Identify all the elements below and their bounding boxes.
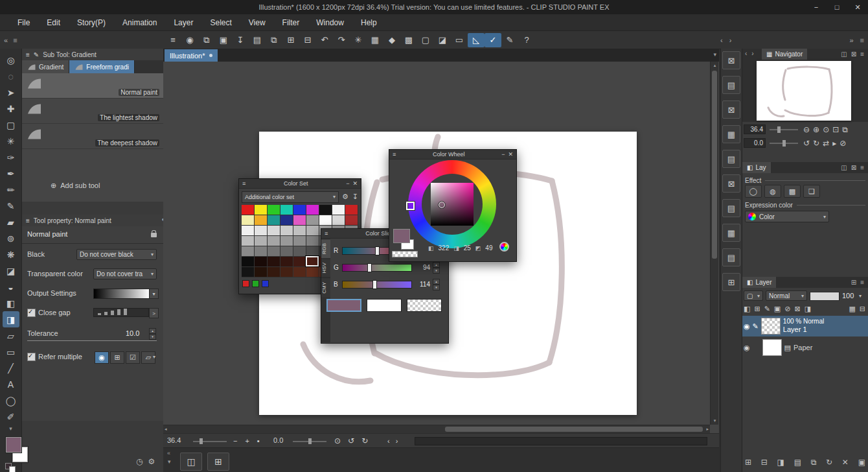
color-swatch[interactable] — [268, 257, 280, 267]
panel-footer-icon[interactable]: ⚙ — [148, 457, 155, 466]
history-nav-icon[interactable]: › — [396, 437, 398, 445]
tool-icon[interactable]: ◧ — [3, 295, 19, 311]
color-swatch[interactable] — [306, 226, 319, 236]
toolbar-icon[interactable]: ⧉ — [198, 33, 215, 47]
opacity-caret-icon[interactable]: ▾ — [859, 293, 862, 299]
tolerance-value[interactable]: 10.0 — [126, 329, 139, 337]
color-swatch[interactable] — [242, 267, 255, 277]
color-swatch[interactable] — [268, 267, 280, 277]
zoom-value[interactable]: 36.4 — [167, 436, 181, 444]
dock-scroll-icon[interactable]: › — [729, 36, 732, 44]
layer-command-icon[interactable]: ◧ — [744, 305, 750, 313]
blue-slider[interactable] — [342, 281, 412, 289]
hue-cursor[interactable] — [406, 202, 415, 210]
footer-caret-icon[interactable]: ▾ — [168, 458, 171, 465]
layer-command-icon[interactable]: ◨ — [805, 305, 811, 313]
color-swatch[interactable] — [268, 226, 280, 236]
color-swatch[interactable] — [293, 246, 306, 257]
color-swatch[interactable] — [306, 246, 319, 257]
palette-dock-icon[interactable]: ⊞ — [722, 273, 740, 291]
panel-menu-icon[interactable]: ≡ — [242, 180, 246, 187]
toolbar-overflow-icon[interactable]: ≡ — [860, 36, 864, 44]
document-tab[interactable]: Illustration* — [165, 49, 218, 62]
close-gap-checkbox[interactable] — [27, 309, 36, 317]
tolerance-slider[interactable] — [27, 340, 157, 341]
color-wheel-header[interactable]: ≡ Color Wheel − ✕ — [389, 150, 516, 159]
tool-icon[interactable]: ◒ — [3, 279, 19, 295]
tool-icon[interactable]: ◌ — [3, 68, 19, 84]
tool-icon[interactable]: ▰ — [3, 214, 19, 230]
slider-mode-tab[interactable]: CMY — [321, 277, 330, 298]
navigator-rotation-handle[interactable] — [782, 140, 786, 147]
layer-command-icon[interactable]: ⊞ — [754, 305, 760, 313]
color-swatch[interactable] — [242, 236, 255, 246]
minimize-icon[interactable]: − — [501, 151, 505, 158]
rotation-value[interactable]: 0.0 — [273, 436, 283, 444]
color-swatch[interactable] — [280, 267, 293, 277]
color-swatch[interactable] — [280, 257, 293, 267]
dock-scroll-icon[interactable]: ‹ — [720, 36, 723, 44]
panel-menu-icon[interactable]: ≡ — [26, 217, 30, 224]
refer-mode-icon[interactable]: ☑ — [126, 351, 140, 364]
color-swatch[interactable] — [268, 236, 280, 246]
subtool-list-item[interactable]: The deepest shadow — [22, 124, 163, 149]
wheel-mode-toggle-icon[interactable] — [499, 242, 509, 252]
horizontal-scrollbar[interactable]: ◂ ▸ — [163, 425, 710, 433]
workspace-layout-button[interactable]: ◫ — [180, 453, 202, 471]
color-set-dropdown[interactable]: Additional color set ▾ — [242, 191, 339, 203]
palette-dock-icon[interactable]: ▤ — [722, 150, 740, 168]
opacity-slider[interactable] — [810, 292, 839, 301]
vertical-scrollbar[interactable]: ▴ ▾ — [710, 62, 718, 425]
menu-item[interactable]: Layer — [165, 14, 201, 31]
navigator-rotate-icon[interactable]: ↺ — [803, 139, 810, 148]
eye-icon[interactable]: ◉ — [744, 344, 750, 352]
effect-icon[interactable]: ◯ — [745, 185, 762, 198]
toolbar-icon[interactable]: ▢ — [417, 33, 434, 47]
menu-item[interactable]: Window — [308, 14, 352, 31]
color-swatch[interactable] — [293, 267, 306, 277]
transparent-swatch[interactable] — [392, 251, 418, 257]
panel-nav-arrow-icon[interactable]: ‹ — [745, 50, 747, 57]
panel-header-icon[interactable]: ≡ — [860, 51, 864, 58]
color-swatch[interactable] — [280, 205, 293, 215]
color-swatch[interactable] — [268, 205, 280, 215]
zoom-control-icon[interactable]: ▪ — [257, 437, 260, 445]
layer-footer-icon[interactable]: ◨ — [777, 458, 784, 467]
color-swatch[interactable] — [293, 257, 306, 267]
slider-mode-tab[interactable]: HSV — [321, 258, 330, 277]
color-swatch[interactable] — [255, 226, 268, 236]
panel-footer-icon[interactable]: ◷ — [136, 457, 143, 466]
palette-dock-icon[interactable]: ▤ — [722, 199, 740, 217]
toolbar-icon[interactable]: ▭ — [451, 33, 468, 47]
color-swatch[interactable] — [306, 236, 319, 246]
layer-palette-color-combo[interactable]: ▢ ▾ — [744, 290, 763, 301]
effect-icon[interactable]: ▩ — [784, 185, 801, 198]
tab-list-icon[interactable]: ▾ — [713, 51, 716, 58]
slider-mode-tab[interactable]: RGB — [321, 239, 330, 258]
tool-icon[interactable]: ◪ — [3, 263, 19, 279]
rotate-control-icon[interactable]: ↻ — [361, 436, 368, 445]
layer-footer-icon[interactable]: ↻ — [826, 458, 832, 467]
zoom-slider[interactable] — [193, 441, 227, 442]
close-button[interactable]: ✕ — [847, 0, 868, 14]
mini-color-swatch[interactable] — [242, 280, 249, 287]
blue-stepper[interactable]: ▴▾ — [433, 279, 440, 289]
horizontal-scrollbar-thumb[interactable] — [445, 427, 703, 432]
layer-name[interactable]: Layer 1 — [783, 325, 824, 334]
color-set-header[interactable]: ≡ Color Set − ✕ — [239, 179, 361, 189]
close-icon[interactable]: ✕ — [352, 180, 358, 187]
foreground-color-swatch[interactable] — [6, 437, 21, 453]
tool-icon[interactable]: A — [3, 376, 19, 392]
tool-icon[interactable]: ✳ — [3, 133, 19, 149]
panel-header-icon[interactable]: ⊞ — [851, 279, 856, 286]
subtool-list-item[interactable]: The lightest shadow — [22, 99, 163, 124]
color-swatch[interactable] — [280, 246, 293, 257]
navigator-zoom-icon[interactable]: ⊕ — [813, 125, 819, 134]
opacity-value[interactable]: 100 — [842, 292, 854, 300]
navigator-zoom-slider[interactable] — [770, 129, 798, 130]
toolbar-icon[interactable]: ⊞ — [282, 33, 299, 47]
tool-icon[interactable]: ✏ — [3, 182, 19, 198]
lock-icon[interactable] — [151, 233, 157, 237]
color-set-tool-icon[interactable]: ↧ — [352, 193, 358, 201]
menu-item[interactable]: Animation — [114, 14, 165, 31]
